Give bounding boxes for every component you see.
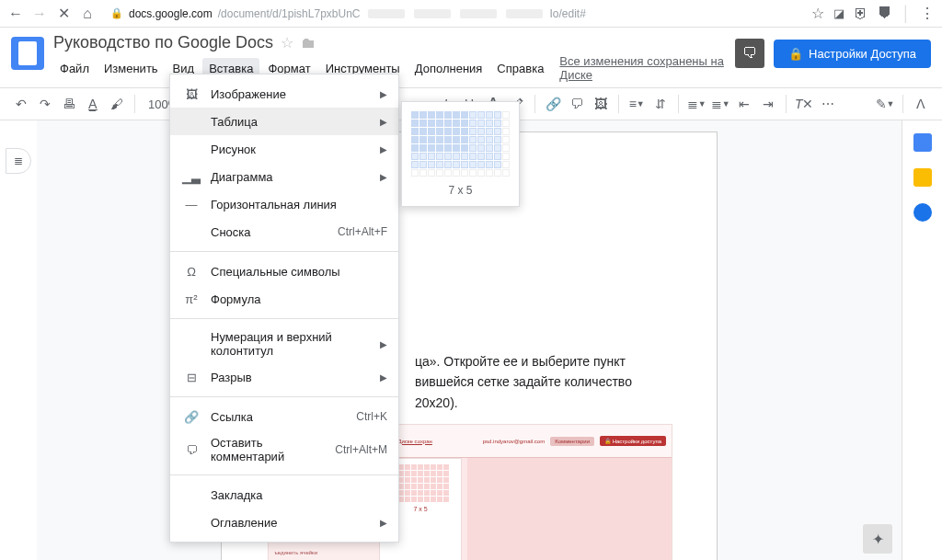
chart-icon: ▁▃ (183, 168, 200, 185)
equation-icon: π² (183, 291, 200, 307)
menu-file[interactable]: Файл (53, 58, 96, 79)
insert-dropdown-menu: 🖼 Изображение ▶ Таблица ▶ Рисунок ▶ ▁▃ Д… (169, 74, 399, 543)
bullet-list-button[interactable]: ≣▼ (710, 94, 730, 114)
menu-addons[interactable]: Дополнения (408, 58, 489, 79)
url-path: /document/d/1pishL7pxbUnC (218, 7, 361, 20)
lock-icon: 🔒 (788, 47, 803, 61)
right-sidebar (902, 120, 942, 560)
doc-title[interactable]: Руководство по Google Docs (53, 33, 273, 52)
clear-format-button[interactable]: T✕ (794, 94, 814, 114)
menu-item-footnote[interactable]: Сноска Ctrl+Alt+F (170, 218, 398, 246)
submenu-arrow-icon: ▶ (380, 144, 387, 154)
align-button[interactable]: ≡▼ (626, 94, 647, 114)
docs-header: Руководство по Google Docs ☆ 🖿 Файл Изме… (0, 28, 942, 82)
image-icon: 🖼 (183, 86, 200, 102)
mini-body: 7 x 5 (379, 458, 672, 560)
home-button[interactable]: ⌂ (79, 6, 96, 22)
explore-button[interactable]: ✦ (863, 524, 892, 554)
forward-button[interactable]: → (31, 6, 48, 22)
menu-item-image[interactable]: 🖼 Изображение ▶ (170, 80, 398, 108)
url-suffix: Io/edit# (550, 7, 586, 20)
menu-edit[interactable]: Изменить (98, 58, 165, 79)
numbered-list-button[interactable]: ≣▼ (686, 94, 706, 114)
lock-icon: 🔒 (110, 7, 123, 19)
submenu-arrow-icon: ▶ (380, 172, 387, 182)
increase-indent-button[interactable]: ⇥ (758, 94, 778, 114)
menu-item-break[interactable]: ⊟ Разрыв ▶ (170, 363, 398, 391)
outline-toggle[interactable]: ≣ (6, 148, 31, 174)
insert-image-button[interactable]: 🖼 (591, 94, 611, 114)
menu-item-link[interactable]: 🔗 Ссылка Ctrl+K (170, 403, 398, 430)
submenu-arrow-icon: ▶ (380, 372, 387, 383)
table-size-picker[interactable]: 7 x 5 (401, 101, 520, 207)
back-button[interactable]: ← (7, 6, 24, 22)
calendar-app-icon[interactable] (913, 133, 932, 152)
star-icon[interactable]: ☆ (811, 5, 824, 22)
keep-app-icon[interactable] (913, 168, 932, 187)
address-bar[interactable]: 🔒 docs.google.com/document/d/1pishL7pxbU… (103, 7, 804, 20)
hr-icon: — (183, 196, 200, 212)
menu-item-table[interactable]: Таблица ▶ (170, 108, 398, 135)
picker-size-label: 7 x 5 (411, 184, 510, 197)
menu-item-chart[interactable]: ▁▃ Диаграмма ▶ (170, 163, 398, 190)
ext-icon[interactable]: ◪ (833, 6, 844, 20)
menu-item-equation[interactable]: π² Формула (170, 285, 398, 313)
url-blur (460, 9, 497, 18)
more-toolbar-button[interactable]: ⋯ (818, 94, 838, 114)
share-label: Настройки Доступа (809, 47, 916, 61)
undo-button[interactable]: ↶ (11, 94, 31, 114)
special-char-icon: Ω (183, 263, 200, 280)
redo-button[interactable]: ↷ (35, 94, 55, 114)
tasks-app-icon[interactable] (913, 203, 932, 222)
link-icon: 🔗 (183, 408, 200, 425)
menu-item-hr[interactable]: — Горизонтальная линия (170, 190, 398, 218)
menu-separator (170, 318, 398, 319)
break-icon: ⊟ (183, 369, 200, 385)
editing-mode-button[interactable]: ✎▼ (875, 94, 895, 114)
menu-item-special-chars[interactable]: Ω Специальные символы (170, 257, 398, 285)
spellcheck-button[interactable]: A̲ (83, 94, 103, 114)
header-icon (183, 336, 200, 352)
comment-icon: 🗩 (183, 441, 200, 458)
menu-help[interactable]: Справка (490, 58, 550, 79)
drawing-icon (183, 141, 200, 157)
table-icon (183, 113, 200, 130)
stop-button[interactable]: ✕ (55, 6, 72, 22)
submenu-arrow-icon: ▶ (380, 89, 387, 99)
menu-separator (170, 396, 398, 397)
insert-comment-button[interactable]: 🗩 (567, 94, 587, 114)
bookmark-icon (183, 486, 200, 503)
left-gutter: ≣ (0, 120, 37, 560)
browser-chrome: ← → ✕ ⌂ 🔒 docs.google.com/document/d/1pi… (0, 0, 942, 28)
toc-icon (183, 514, 200, 531)
more-icon[interactable]: ⋮ (920, 5, 935, 22)
menu-item-drawing[interactable]: Рисунок ▶ (170, 135, 398, 163)
share-button[interactable]: 🔒 Настройки Доступа (774, 40, 931, 68)
menu-separator (170, 251, 398, 252)
submenu-arrow-icon: ▶ (380, 117, 387, 127)
docs-logo[interactable] (11, 37, 44, 70)
url-blur (368, 9, 405, 18)
menu-item-header-footer[interactable]: Нумерация и верхний колонтитул ▶ (170, 325, 398, 363)
menu-item-bookmark[interactable]: Закладка (170, 481, 398, 509)
pocket-icon[interactable]: ⛨ (854, 6, 868, 22)
url-host: docs.google.com (129, 7, 213, 20)
insert-link-button[interactable]: 🔗 (543, 94, 563, 114)
picker-grid[interactable] (411, 111, 510, 177)
submenu-arrow-icon: ▶ (380, 518, 387, 528)
url-blur (506, 9, 543, 18)
star-doc-icon[interactable]: ☆ (281, 34, 293, 51)
save-status[interactable]: Все изменения сохранены на Диске (559, 54, 726, 82)
move-folder-icon[interactable]: 🖿 (301, 35, 316, 51)
hide-menus-button[interactable]: ᐱ (911, 94, 931, 114)
paint-format-button[interactable]: 🖌 (107, 94, 127, 114)
comment-history-button[interactable]: 🗨 (735, 39, 764, 68)
decrease-indent-button[interactable]: ⇤ (734, 94, 754, 114)
line-spacing-button[interactable]: ⇵ (650, 94, 671, 114)
menu-item-toc[interactable]: Оглавление ▶ (170, 509, 398, 536)
menu-item-comment[interactable]: 🗩 Оставить комментарий Ctrl+Alt+M (170, 430, 398, 469)
shield-icon[interactable]: ⛊ (878, 6, 892, 22)
menu-separator (170, 474, 398, 475)
print-button[interactable]: 🖶 (59, 94, 79, 114)
footnote-icon (183, 223, 200, 240)
